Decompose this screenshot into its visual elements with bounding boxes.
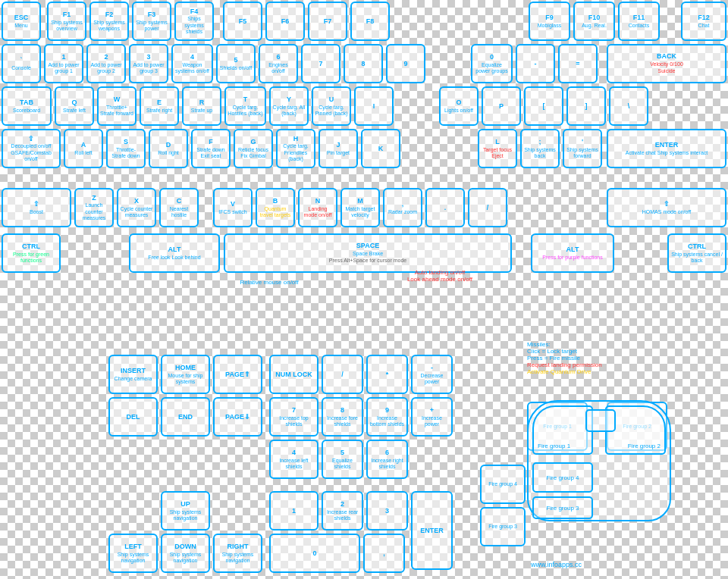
key-end[interactable]: END xyxy=(161,397,210,437)
key-i[interactable]: I xyxy=(354,86,394,126)
key-backtick[interactable]: ` Console xyxy=(2,44,41,83)
key-num-plus[interactable]: + Increase power xyxy=(411,397,453,437)
key-p[interactable]: P xyxy=(482,86,521,126)
key-lshift[interactable]: ⇧ Boost xyxy=(2,188,71,227)
key-2[interactable]: 2 Add to power group 2 xyxy=(86,44,126,83)
key-1[interactable]: 1 Add to power group 1 xyxy=(44,44,83,83)
key-num-minus[interactable]: - Decrease power xyxy=(411,355,453,394)
key-enter[interactable]: ENTER Activate chat Ship systems interac… xyxy=(607,129,726,168)
key-num-star[interactable]: * xyxy=(366,355,408,394)
key-m[interactable]: M Match target velocity xyxy=(340,188,380,227)
key-6[interactable]: 6 Engines on/off xyxy=(259,44,298,83)
key-n[interactable]: N Landing mode on/off xyxy=(298,188,337,227)
key-backslash[interactable]: \ xyxy=(609,86,648,126)
key-5[interactable]: 5 Shields on/off xyxy=(216,44,256,83)
key-f9[interactable]: F9 Mobiglass xyxy=(529,2,570,41)
key-backspace[interactable]: BACK Velocity 0/100 Suicide xyxy=(607,44,726,83)
key-r[interactable]: R Strafe up xyxy=(182,86,221,126)
key-o[interactable]: O Lights on/off xyxy=(439,86,479,126)
key-right[interactable]: RIGHT Ship systems navigation xyxy=(213,534,262,573)
key-b[interactable]: B Quantum travel targets xyxy=(256,188,295,227)
key-w[interactable]: W Throttle+ Strafe forward xyxy=(97,86,136,126)
key-space[interactable]: SPACE Space Brake Press Alt+Space for cu… xyxy=(224,233,512,273)
key-num9[interactable]: 9 Increase bottom shields xyxy=(366,397,408,437)
key-down[interactable]: DOWN Ship systems navigation xyxy=(161,534,210,573)
key-t[interactable]: T Cycle targ. Hostiles (back) xyxy=(224,86,266,126)
key-y[interactable]: Y Cycle targ. All (back) xyxy=(269,86,309,126)
key-equals[interactable]: = xyxy=(558,44,598,83)
key-num-slash[interactable]: / xyxy=(322,355,363,394)
key-left[interactable]: LEFT Ship systems navigation xyxy=(108,534,158,573)
key-j[interactable]: J Pin target xyxy=(318,129,358,168)
key-z[interactable]: Z Launch counter measures xyxy=(74,188,114,227)
key-s[interactable]: S Throttle- Strafe down xyxy=(106,129,146,168)
key-period[interactable]: . xyxy=(425,188,465,227)
key-pageup[interactable]: PAGE⇑ xyxy=(213,355,262,394)
key-k[interactable]: K xyxy=(361,129,400,168)
key-rctrl[interactable]: CTRL Ship systems cancel / back xyxy=(667,233,726,273)
key-num6[interactable]: 6 Increase right shields xyxy=(366,440,408,479)
key-c[interactable]: C Nearest hostile xyxy=(159,188,199,227)
key-num0[interactable]: 0 xyxy=(269,534,360,573)
key-esc[interactable]: ESC Menu xyxy=(2,2,41,41)
key-x[interactable]: X Cycle counter measures xyxy=(117,188,156,227)
key-0[interactable]: 0 Equalize power groups xyxy=(471,44,513,83)
key-l[interactable]: L Target focus Eject xyxy=(478,129,517,168)
key-num-period[interactable]: , xyxy=(363,534,405,573)
key-num3[interactable]: 3 xyxy=(366,491,408,530)
key-rshift[interactable]: ⇧ HOMAS mode on/off xyxy=(607,188,726,227)
key-9[interactable]: 9 xyxy=(386,44,425,83)
key-num4[interactable]: 4 Increase left shields xyxy=(269,440,318,479)
key-num7[interactable]: 7 Increase top shields xyxy=(269,397,318,437)
key-f6[interactable]: F6 xyxy=(265,2,305,41)
key-8[interactable]: 8 xyxy=(344,44,383,83)
key-fire-group4[interactable]: Fire group 4 xyxy=(480,465,526,504)
key-v[interactable]: V IFCS switch xyxy=(213,188,253,227)
key-q[interactable]: Q Strafe left xyxy=(55,86,94,126)
key-f2[interactable]: F2 Ship systems weapons xyxy=(89,2,129,41)
key-f5[interactable]: F5 xyxy=(223,2,262,41)
key-e[interactable]: E Strafe right xyxy=(140,86,179,126)
key-f4[interactable]: F4 Ships systems shields xyxy=(174,2,214,41)
key-f11[interactable]: F11 Contacts xyxy=(618,2,660,41)
key-rbracket[interactable]: ] xyxy=(566,86,606,126)
key-delete[interactable]: DEL xyxy=(108,397,158,437)
key-g[interactable]: G Reticle focus Fix Gimbal xyxy=(234,129,273,168)
key-up[interactable]: UP Ship systems navigation xyxy=(161,491,210,530)
key-7[interactable]: 7 xyxy=(301,44,340,83)
key-num8[interactable]: 8 Increase fore shields xyxy=(322,397,363,437)
key-f3[interactable]: F3 Ship systems power xyxy=(132,2,171,41)
key-minus[interactable]: - xyxy=(516,44,555,83)
key-ralt[interactable]: ALT Press for purple functions xyxy=(531,233,614,273)
key-f7[interactable]: F7 xyxy=(308,2,347,41)
key-lbracket[interactable]: [ xyxy=(524,86,563,126)
key-home[interactable]: HOME Mouse for ship systems xyxy=(161,355,210,394)
key-f10[interactable]: F10 Aug. Real. xyxy=(573,2,615,41)
key-num-enter[interactable]: ENTER xyxy=(411,491,453,570)
key-lalt[interactable]: ALT Free look Look behind xyxy=(129,233,220,273)
key-f12[interactable]: F12 Chat xyxy=(681,2,726,41)
key-insert[interactable]: INSERT Change camera xyxy=(108,355,158,394)
key-quote[interactable]: ' Ship systems forward xyxy=(563,129,602,168)
key-u[interactable]: U Cycle targ. Pinned (back) xyxy=(312,86,351,126)
key-f[interactable]: F Strafe down Exit seat xyxy=(191,129,231,168)
key-num5[interactable]: 5 Equalize shields xyxy=(322,440,363,479)
key-3[interactable]: 3 Add to power group 3 xyxy=(129,44,168,83)
key-4[interactable]: 4 Weapon systems on/off xyxy=(171,44,213,83)
key-slash[interactable]: / xyxy=(468,188,507,227)
key-numlock[interactable]: NUM LOCK xyxy=(269,355,318,394)
key-tab[interactable]: TAB Scoreboard xyxy=(2,86,52,126)
key-h[interactable]: H Cycle targ. Friendlies (back) xyxy=(276,129,315,168)
key-comma[interactable]: , Radar zoom xyxy=(383,188,422,227)
key-f1[interactable]: F1 Ship systems overview xyxy=(47,2,86,41)
key-a[interactable]: A Roll left xyxy=(64,129,103,168)
key-caps[interactable]: ⇪ Decoupled on/off GSAFE/Comstab on/off xyxy=(2,129,61,168)
key-d[interactable]: D Roll right xyxy=(149,129,188,168)
key-num2[interactable]: 2 Increase rear shields xyxy=(322,491,363,530)
key-fire-group3[interactable]: Fire group 3 xyxy=(480,507,526,546)
key-num1[interactable]: 1 xyxy=(269,491,318,530)
key-semicolon[interactable]: ; Ship systems back xyxy=(520,129,560,168)
key-f8[interactable]: F8 xyxy=(350,2,390,41)
key-lctrl[interactable]: CTRL Press for green functions xyxy=(2,233,61,273)
key-pagedown[interactable]: PAGE⇓ xyxy=(213,397,262,437)
